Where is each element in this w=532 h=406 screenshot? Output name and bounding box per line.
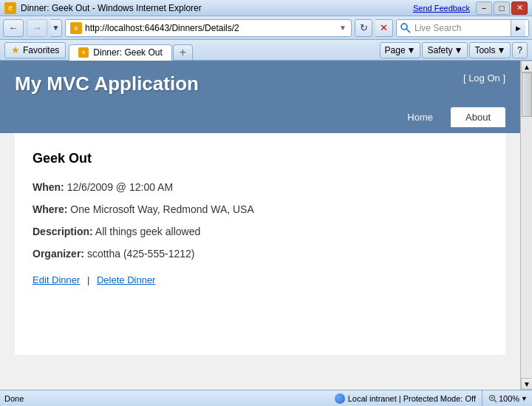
address-box[interactable]: e http://localhost:64643/Dinners/Details…: [65, 19, 352, 37]
organizer-value: scottha (425-555-1212): [87, 248, 195, 260]
window-title: Dinner: Geek Out - Windows Internet Expl…: [21, 3, 202, 13]
zoom-icon: [488, 394, 497, 403]
svg-line-1: [406, 29, 410, 33]
tab-label: Dinner: Geek Out: [93, 47, 162, 58]
send-feedback-link[interactable]: Send Feedback: [413, 4, 470, 13]
dinner-title: Geek Out: [33, 151, 488, 166]
favorites-button[interactable]: ★ Favorites: [4, 42, 66, 58]
tools-label: Tools: [474, 45, 495, 55]
window-controls: − □ ✕: [476, 1, 528, 15]
favorites-bar: ★ Favorites e Dinner: Geek Out + Page ▼ …: [0, 40, 532, 61]
search-box[interactable]: Live Search ►: [396, 19, 529, 37]
search-placeholder: Live Search: [415, 23, 508, 33]
content-area: My MVC Application [ Log On ] Home About…: [0, 61, 520, 390]
delete-dinner-link[interactable]: Delete Dinner: [97, 274, 156, 285]
globe-icon: [335, 393, 345, 404]
when-label: When:: [33, 181, 64, 193]
intranet-status: Local intranet | Protected Mode: Off: [329, 390, 482, 407]
tab-dinner-geek-out[interactable]: e Dinner: Geek Out: [69, 44, 171, 61]
safety-dropdown-icon: ▼: [454, 45, 463, 55]
tools-menu-button[interactable]: Tools ▼: [469, 42, 511, 58]
minimize-button[interactable]: −: [476, 1, 492, 15]
page-icon: e: [70, 22, 82, 34]
scroll-down-button[interactable]: ▼: [521, 378, 532, 390]
page-menu-button[interactable]: Page ▼: [380, 42, 421, 58]
description-value: All things geek allowed: [95, 226, 200, 237]
toolbar-right: Page ▼ Safety ▼ Tools ▼ ?: [380, 42, 528, 58]
home-nav-tab[interactable]: Home: [392, 107, 448, 127]
stop-button[interactable]: ✕: [375, 19, 393, 37]
statusbar-right: Local intranet | Protected Mode: Off 100…: [329, 390, 528, 407]
safety-label: Safety: [427, 45, 452, 55]
browser-body: My MVC Application [ Log On ] Home About…: [0, 61, 532, 390]
statusbar-left: Done: [4, 394, 24, 403]
search-logo-icon: [400, 22, 412, 34]
close-button[interactable]: ✕: [511, 1, 528, 15]
titlebar: e Dinner: Geek Out - Windows Internet Ex…: [0, 0, 532, 16]
new-tab-button[interactable]: +: [173, 44, 193, 61]
forward-button[interactable]: →: [27, 19, 47, 37]
scrollbar[interactable]: ▲ ▼: [520, 61, 532, 390]
login-link[interactable]: [ Log On ]: [463, 72, 505, 84]
scroll-track: [521, 72, 532, 378]
star-icon: ★: [11, 44, 20, 55]
status-text: Done: [4, 394, 24, 403]
scroll-thumb[interactable]: [522, 72, 532, 117]
search-go-button[interactable]: ►: [511, 20, 525, 36]
url-dropdown-icon[interactable]: ▼: [339, 24, 347, 32]
maximize-button[interactable]: □: [494, 1, 510, 15]
page-label: Page: [385, 45, 406, 55]
description-label: Description:: [33, 226, 93, 237]
url-text: http://localhost:64643/Dinners/Details/2: [85, 23, 336, 33]
tab-icon: e: [78, 47, 89, 58]
svg-line-3: [494, 399, 497, 402]
action-links: Edit Dinner | Delete Dinner: [33, 274, 488, 285]
where-value: One Microsoft Way, Redmond WA, USA: [70, 203, 253, 215]
help-button[interactable]: ?: [512, 42, 528, 58]
page-dropdown-icon: ▼: [407, 45, 416, 55]
address-bar: ← → ▼ e http://localhost:64643/Dinners/D…: [0, 16, 532, 40]
svg-point-0: [401, 24, 407, 30]
nav-bar: Home About: [0, 107, 520, 133]
zoom-indicator[interactable]: 100% ▼: [488, 394, 528, 403]
back-button[interactable]: ←: [3, 19, 24, 37]
zoom-text: 100%: [499, 394, 519, 403]
main-content: Geek Out When: 12/6/2009 @ 12:00 AM Wher…: [15, 133, 505, 355]
history-dropdown-button[interactable]: ▼: [50, 19, 62, 37]
when-value: 12/6/2009 @ 12:00 AM: [67, 181, 173, 193]
statusbar: Done Local intranet | Protected Mode: Of…: [0, 390, 532, 406]
when-row: When: 12/6/2009 @ 12:00 AM: [33, 181, 488, 193]
about-nav-tab[interactable]: About: [451, 107, 505, 127]
description-row: Description: All things geek allowed: [33, 226, 488, 237]
where-row: Where: One Microsoft Way, Redmond WA, US…: [33, 203, 488, 215]
app-title: My MVC Application: [15, 72, 199, 95]
edit-dinner-link[interactable]: Edit Dinner: [33, 274, 80, 285]
link-separator: |: [87, 274, 89, 285]
organizer-row: Organizer: scottha (425-555-1212): [33, 248, 488, 260]
app-header: My MVC Application [ Log On ]: [0, 61, 520, 107]
refresh-button[interactable]: ↻: [355, 19, 372, 37]
where-label: Where:: [33, 203, 67, 215]
organizer-label: Organizer:: [33, 248, 84, 260]
titlebar-left: e Dinner: Geek Out - Windows Internet Ex…: [4, 2, 202, 14]
favorites-label: Favorites: [23, 45, 59, 55]
scroll-up-button[interactable]: ▲: [521, 61, 532, 72]
intranet-text: Local intranet | Protected Mode: Off: [348, 394, 476, 403]
safety-menu-button[interactable]: Safety ▼: [422, 42, 468, 58]
tab-container: e Dinner: Geek Out +: [69, 40, 376, 61]
zoom-dropdown-icon[interactable]: ▼: [521, 395, 528, 402]
tools-dropdown-icon: ▼: [497, 45, 505, 55]
ie-icon: e: [4, 2, 16, 14]
